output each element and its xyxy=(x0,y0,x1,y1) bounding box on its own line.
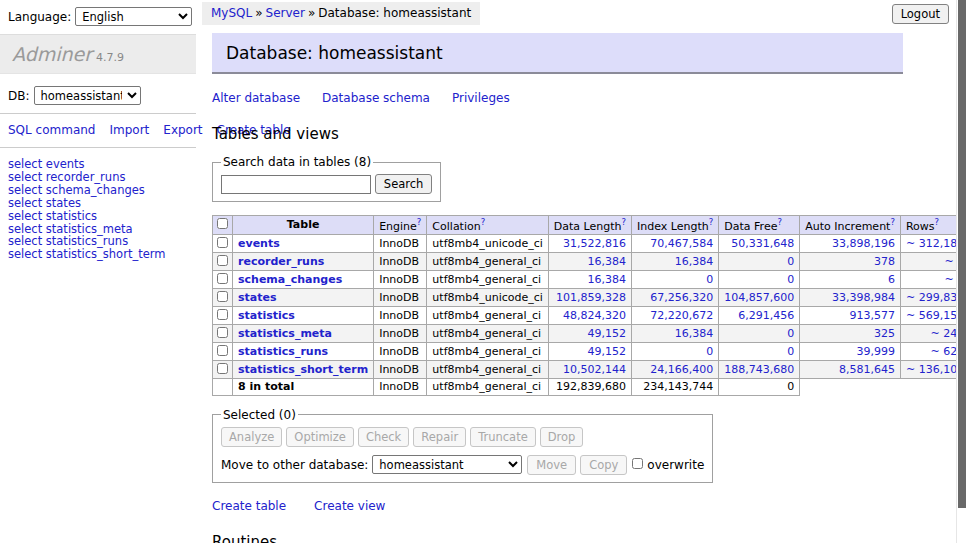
data-length-link[interactable]: 10,502,144 xyxy=(563,363,626,376)
create-link-0[interactable]: Create table xyxy=(212,499,286,513)
sidebar-link-0[interactable]: SQL command xyxy=(8,123,95,137)
help-icon[interactable]: ? xyxy=(622,217,627,227)
table-row: statistics_short_termInnoDButf8mb4_gener… xyxy=(213,360,966,378)
row-checkbox[interactable] xyxy=(217,273,228,284)
search-button[interactable]: Search xyxy=(375,174,433,194)
data-length-link[interactable]: 16,384 xyxy=(588,273,627,286)
row-checkbox[interactable] xyxy=(217,309,228,320)
index-length-link[interactable]: 0 xyxy=(706,273,713,286)
help-icon[interactable]: ? xyxy=(709,217,714,227)
row-checkbox[interactable] xyxy=(217,363,228,374)
auto-increment-link[interactable]: 33,398,984 xyxy=(832,291,895,304)
move-db-select[interactable]: homeassistant xyxy=(372,455,522,474)
help-icon[interactable]: ? xyxy=(935,217,940,227)
collation-cell: utf8mb4_general_ci xyxy=(427,360,548,378)
sidebar-table-link-0[interactable]: select events xyxy=(8,158,188,171)
data-free-link[interactable]: 188,743,680 xyxy=(724,363,794,376)
row-checkbox[interactable] xyxy=(217,255,228,266)
data-length-link[interactable]: 101,859,328 xyxy=(556,291,626,304)
optimize-button: Optimize xyxy=(286,427,354,447)
copy-button: Copy xyxy=(580,455,627,475)
table-name-link[interactable]: statistics_meta xyxy=(238,327,332,340)
table-name-link[interactable]: statistics xyxy=(238,309,295,322)
index-length-link[interactable]: 70,467,584 xyxy=(650,237,713,250)
data-length-link[interactable]: 16,384 xyxy=(588,255,627,268)
data-length-link[interactable]: 48,824,320 xyxy=(563,309,626,322)
sidebar-table-link-1[interactable]: select recorder_runs xyxy=(8,171,188,184)
data-length-link[interactable]: 49,152 xyxy=(588,327,627,340)
auto-increment-link[interactable]: 39,999 xyxy=(856,345,895,358)
app-title[interactable]: Adminer xyxy=(12,43,92,65)
auto-increment-link[interactable]: 33,898,196 xyxy=(832,237,895,250)
create-link-1[interactable]: Create view xyxy=(314,499,385,513)
database-link-2[interactable]: Privileges xyxy=(452,91,510,105)
row-checkbox[interactable] xyxy=(217,237,228,248)
logout-button[interactable]: Logout xyxy=(892,4,949,24)
table-name-link[interactable]: statistics_short_term xyxy=(238,363,368,376)
total-label: 8 in total xyxy=(233,378,374,395)
data-length-link[interactable]: 31,522,816 xyxy=(563,237,626,250)
table-name-link[interactable]: statistics_runs xyxy=(238,345,328,358)
data-free-link[interactable]: 6,291,456 xyxy=(738,309,794,322)
select-all-checkbox[interactable] xyxy=(217,218,228,229)
help-icon[interactable]: ? xyxy=(481,217,486,227)
database-link-0[interactable]: Alter database xyxy=(212,91,300,105)
breadcrumb-link[interactable]: Server xyxy=(266,6,305,20)
sidebar-table-link-4[interactable]: select statistics xyxy=(8,210,188,223)
data-free-link[interactable]: 0 xyxy=(787,273,794,286)
scrollbar-thumb[interactable] xyxy=(958,0,966,508)
data-free-link[interactable]: 0 xyxy=(787,327,794,340)
data-free-link[interactable]: 50,331,648 xyxy=(731,237,794,250)
table-name-link[interactable]: schema_changes xyxy=(238,273,342,286)
table-name-link[interactable]: states xyxy=(238,291,277,304)
overwrite-label[interactable]: overwrite xyxy=(647,458,704,472)
scrollbar-track[interactable] xyxy=(956,0,966,543)
data-free-link[interactable]: 0 xyxy=(787,345,794,358)
page-title: Database: homeassistant xyxy=(212,33,903,74)
sidebar-table-link-2[interactable]: select schema_changes xyxy=(8,184,188,197)
collation-cell: utf8mb4_unicode_ci xyxy=(427,234,548,252)
auto-increment-link[interactable]: 378 xyxy=(874,255,895,268)
help-icon[interactable]: ? xyxy=(890,217,895,227)
search-input[interactable] xyxy=(221,175,371,194)
index-length-link[interactable]: 67,256,320 xyxy=(650,291,713,304)
index-length-link[interactable]: 16,384 xyxy=(675,255,714,268)
table-name-link[interactable]: events xyxy=(238,237,280,250)
row-checkbox[interactable] xyxy=(217,291,228,302)
auto-increment-link[interactable]: 6 xyxy=(888,273,895,286)
row-checkbox[interactable] xyxy=(217,327,228,338)
data-free-link[interactable]: 104,857,600 xyxy=(724,291,794,304)
language-select[interactable]: English xyxy=(75,7,192,26)
index-length-link[interactable]: 24,166,400 xyxy=(650,363,713,376)
data-free-link[interactable]: 0 xyxy=(787,255,794,268)
language-label: Language: xyxy=(8,10,71,24)
table-row: schema_changesInnoDButf8mb4_general_ci16… xyxy=(213,270,966,288)
breadcrumb-current: Database: homeassistant xyxy=(318,6,471,20)
sidebar-table-link-7[interactable]: select statistics_short_term xyxy=(8,248,188,261)
engine-cell: InnoDB xyxy=(374,288,427,306)
index-length-link[interactable]: 0 xyxy=(706,345,713,358)
data-length-link[interactable]: 49,152 xyxy=(588,345,627,358)
db-select[interactable]: homeassistant xyxy=(34,86,141,105)
breadcrumb-link[interactable]: MySQL xyxy=(211,6,252,20)
db-row: DB:homeassistant xyxy=(0,74,196,113)
sidebar-table-link-3[interactable]: select states xyxy=(8,197,188,210)
overwrite-checkbox[interactable] xyxy=(632,458,643,469)
table-name-link[interactable]: recorder_runs xyxy=(238,255,324,268)
sidebar-link-2[interactable]: Export xyxy=(163,123,202,137)
database-link-1[interactable]: Database schema xyxy=(322,91,430,105)
auto-increment-link[interactable]: 325 xyxy=(874,327,895,340)
column-header: Engine? xyxy=(374,216,427,235)
auto-increment-link[interactable]: 8,581,645 xyxy=(839,363,895,376)
help-icon[interactable]: ? xyxy=(417,217,422,227)
index-length-link[interactable]: 72,220,672 xyxy=(650,309,713,322)
auto-increment-link[interactable]: 913,577 xyxy=(849,309,895,322)
collation-cell: utf8mb4_unicode_ci xyxy=(427,288,548,306)
help-icon[interactable]: ? xyxy=(777,217,782,227)
engine-cell: InnoDB xyxy=(374,252,427,270)
database-links: Alter databaseDatabase schemaPrivileges xyxy=(212,91,903,105)
index-length-link[interactable]: 16,384 xyxy=(675,327,714,340)
engine-cell: InnoDB xyxy=(374,234,427,252)
row-checkbox[interactable] xyxy=(217,345,228,356)
sidebar-link-1[interactable]: Import xyxy=(109,123,149,137)
